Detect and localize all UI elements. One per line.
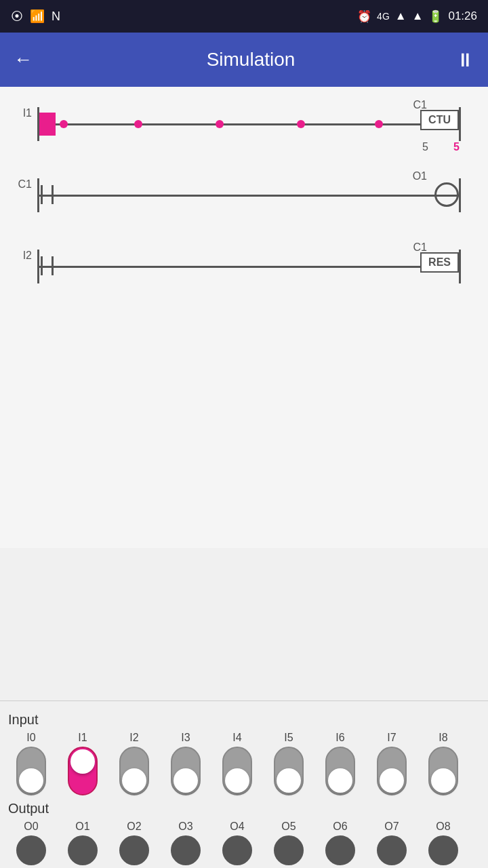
time-display: 01:26 [448,9,477,23]
ctu-box: CTU [420,110,459,130]
toggle-i8[interactable] [428,747,458,795]
toggle-i4[interactable] [222,747,252,795]
input-i0: I0 [5,732,57,795]
rung-3: I2 C1 RES [0,236,488,300]
output-section: Output O0 O1 O2 O3 O4 O5 [0,801,488,865]
indicator-o7[interactable] [377,835,407,865]
toggle-i1[interactable] [68,747,98,795]
output-coil-o1 [434,182,459,207]
indicator-o1[interactable] [68,835,98,865]
nfc-icon: N [52,9,60,24]
output-o7: O7 [366,821,418,865]
io-panel: Input I0 I1 I2 I3 [0,701,488,868]
rung3-left-label: I2 [0,250,37,262]
nc-bar-left [41,185,43,204]
output-o8: O8 [418,821,469,865]
output-o0: O0 [5,821,57,865]
app-bar: ← Simulation ⏸ [0,33,488,87]
input-i3: I3 [160,732,211,795]
indicator-o5[interactable] [274,835,304,865]
wifi-icon: 📶 [30,9,45,24]
indicator-o0[interactable] [16,835,46,865]
ctu-number-right: 5 [453,141,460,153]
rung1-left-label: I1 [0,107,37,119]
rung-1: I1 C1 CTU 5 5 [0,94,488,158]
battery-icon: 🔋 [428,9,443,24]
output-label: Output [5,801,483,816]
res-box: RES [420,252,459,273]
status-bar-right: ⏰ 4G ▲ ▲ 🔋 01:26 [357,9,477,24]
camera-icon: ⦿ [11,9,23,24]
nc-bar-right [52,185,54,204]
input-i8: I8 [418,732,469,795]
dot-2 [134,120,142,128]
dot-3 [216,120,224,128]
dot-5 [375,120,383,128]
output-o3: O3 [160,821,211,865]
toggle-i3[interactable] [171,747,201,795]
toggle-i2[interactable] [119,747,149,795]
output-o4: O4 [211,821,263,865]
ctu-number-left: 5 [422,141,428,153]
input-i7: I7 [366,732,418,795]
contact-i1-active [39,113,56,136]
nc-bar-left-r3 [41,256,43,275]
signal-icon-1: ▲ [395,9,407,23]
indicator-o6[interactable] [325,835,355,865]
alarm-icon: ⏰ [357,9,371,24]
rung2-left-label: C1 [0,178,37,191]
indicator-o8[interactable] [428,835,458,865]
indicator-o3[interactable] [171,835,201,865]
dot-1 [60,120,68,128]
toggle-i6[interactable] [325,747,355,795]
input-i4: I4 [211,732,263,795]
input-label: Input [5,712,483,728]
input-i1: I1 [57,732,108,795]
input-pin-labels: I0 I1 I2 I3 [5,732,483,795]
input-i5: I5 [263,732,314,795]
indicator-o4[interactable] [222,835,252,865]
output-o2: O2 [108,821,160,865]
back-button[interactable]: ← [14,49,33,71]
indicator-o2[interactable] [119,835,149,865]
input-i2: I2 [108,732,160,795]
ladder-diagram: I1 C1 CTU 5 5 C1 O1 [0,87,488,548]
dot-4 [297,120,305,128]
input-i6: I6 [314,732,366,795]
network-4g: 4G [377,11,390,22]
input-section: Input I0 I1 I2 I3 [0,712,488,795]
output-o5: O5 [263,821,314,865]
toggle-i7[interactable] [377,747,407,795]
output-o1: O1 [57,821,108,865]
signal-icon-2: ▲ [412,9,424,23]
toggle-i5[interactable] [274,747,304,795]
toggle-i0[interactable] [16,747,46,795]
status-bar-left: ⦿ 📶 N [11,9,60,24]
pause-button[interactable]: ⏸ [455,49,474,71]
page-title: Simulation [46,49,455,71]
rung2-right-label: O1 [413,170,427,182]
output-row: O0 O1 O2 O3 O4 O5 [5,821,483,865]
status-bar: ⦿ 📶 N ⏰ 4G ▲ ▲ 🔋 01:26 [0,0,488,33]
nc-bar-right-r3 [52,256,54,275]
output-o6: O6 [314,821,366,865]
rung-2: C1 O1 [0,165,488,229]
